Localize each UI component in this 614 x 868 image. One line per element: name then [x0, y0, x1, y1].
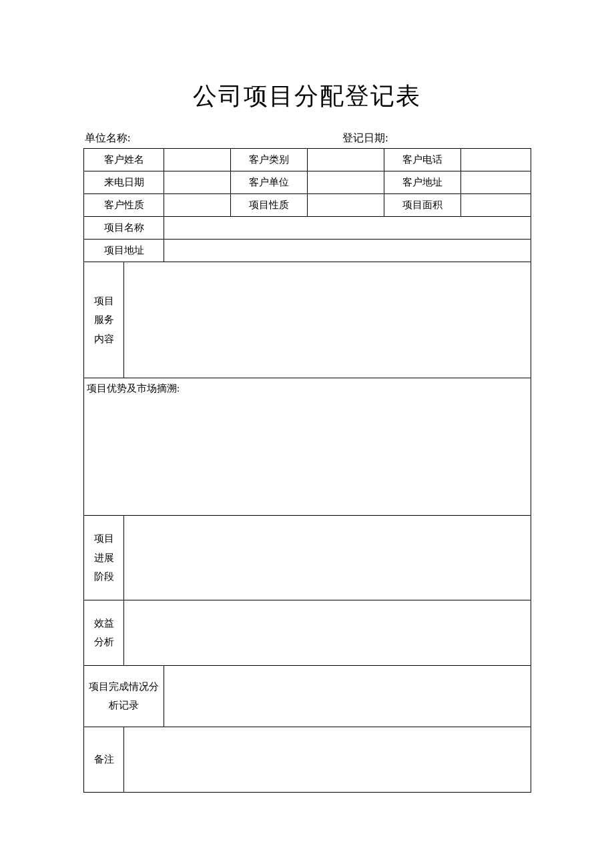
label-project-address: 项目地址 [84, 240, 164, 262]
row-progress: 项目进展阶段 [84, 516, 531, 600]
label-call-date: 来电日期 [84, 171, 164, 194]
register-date-label: 登记日期: [342, 131, 529, 145]
label-project-area: 项目面积 [384, 194, 461, 217]
value-service-content [124, 262, 531, 378]
value-customer-name [164, 149, 231, 171]
label-customer-address: 客户地址 [384, 171, 461, 194]
row-project-name: 项目名称 [84, 217, 531, 240]
label-project-nature: 项目性质 [231, 194, 308, 217]
value-project-area [461, 194, 531, 217]
value-project-address [164, 240, 531, 262]
value-completion-record [164, 665, 531, 727]
value-customer-category [308, 149, 384, 171]
value-remark [124, 727, 531, 792]
header-row: 单位名称: 登记日期: [83, 131, 531, 145]
row-remark: 备注 [84, 727, 531, 792]
row-completion: 项目完成情况分析记录 [84, 665, 531, 727]
value-customer-unit [308, 171, 384, 194]
value-progress-stage [124, 516, 531, 600]
value-customer-address [461, 171, 531, 194]
document-container: 公司项目分配登记表 单位名称: 登记日期: 客户姓名 客户类别 客户电话 来电日… [83, 80, 531, 793]
label-benefit-analysis: 效益分析 [84, 600, 124, 665]
value-customer-nature [164, 194, 231, 217]
value-project-nature [308, 194, 384, 217]
value-project-name [164, 217, 531, 240]
label-customer-category: 客户类别 [231, 149, 308, 171]
row-nature: 客户性质 项目性质 项目面积 [84, 194, 531, 217]
label-progress-stage: 项目进展阶段 [84, 516, 124, 600]
label-remark: 备注 [84, 727, 124, 792]
row-advantage: 项目优势及市场摘溯: [84, 378, 531, 516]
label-service-content: 项目服务内容 [84, 262, 124, 378]
label-customer-unit: 客户单位 [231, 171, 308, 194]
row-benefit: 效益分析 [84, 600, 531, 665]
value-benefit-analysis [124, 600, 531, 665]
row-project-address: 项目地址 [84, 240, 531, 262]
row-customer-basic: 客户姓名 客户类别 客户电话 [84, 149, 531, 171]
value-call-date [164, 171, 231, 194]
label-project-name: 项目名称 [84, 217, 164, 240]
value-customer-phone [461, 149, 531, 171]
document-title: 公司项目分配登记表 [83, 80, 531, 113]
label-completion-record: 项目完成情况分析记录 [84, 665, 164, 727]
label-customer-nature: 客户性质 [84, 194, 164, 217]
form-table: 客户姓名 客户类别 客户电话 来电日期 客户单位 客户地址 客户性质 项目性质 … [83, 148, 531, 793]
unit-name-label: 单位名称: [85, 131, 342, 145]
row-service-content: 项目服务内容 [84, 262, 531, 378]
label-customer-name: 客户姓名 [84, 149, 164, 171]
label-project-advantage: 项目优势及市场摘溯: [84, 378, 531, 516]
label-customer-phone: 客户电话 [384, 149, 461, 171]
row-call-info: 来电日期 客户单位 客户地址 [84, 171, 531, 194]
